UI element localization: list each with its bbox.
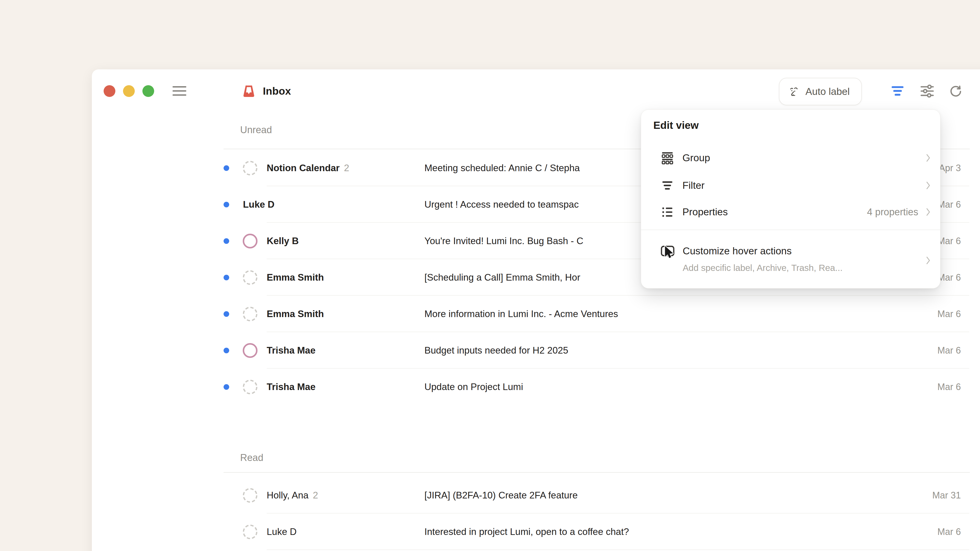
email-date: Mar 31 — [932, 490, 961, 501]
email-subject: Budget inputs needed for H2 2025 — [425, 345, 568, 356]
avatar — [243, 343, 258, 358]
filter-icon — [660, 178, 675, 192]
email-row[interactable]: Trisha Mae Update on Project Lumi Mar 6 — [224, 368, 969, 405]
unread-dot — [224, 165, 229, 171]
mouse-cursor — [663, 245, 676, 261]
unread-dot — [224, 275, 229, 280]
sender-name: Kelly B — [267, 236, 299, 246]
avatar — [243, 524, 258, 539]
avatar — [243, 380, 258, 394]
sender-name: Trisha Mae — [267, 382, 315, 392]
menu-item-group[interactable]: Group — [641, 144, 940, 171]
section-divider — [224, 472, 970, 473]
edit-view-menu: Edit view Group — [641, 110, 940, 289]
avatar — [243, 233, 258, 248]
email-subject: [Scheduling a Call] Emma Smith, Hor — [425, 272, 580, 283]
auto-label-icon — [788, 86, 800, 97]
sender-name: Luke D — [243, 199, 274, 210]
email-date: Mar 6 — [937, 527, 961, 537]
avatar — [243, 306, 258, 321]
email-row[interactable]: Trisha Mae Budget inputs needed for H2 2… — [224, 332, 969, 368]
email-row[interactable]: Luke D Interested in project Lumi, open … — [224, 513, 969, 550]
edit-view-title: Edit view — [653, 119, 699, 131]
auto-label-button[interactable]: Auto label — [779, 78, 862, 105]
email-date: Apr 3 — [939, 163, 961, 173]
menu-item-value: 4 properties — [867, 206, 918, 218]
window-controls — [103, 85, 154, 97]
chevron-right-icon — [925, 256, 931, 265]
menu-item-label: Customize hover actions — [682, 245, 792, 257]
menu-item-filter[interactable]: Filter — [641, 172, 940, 199]
menu-item-label: Properties — [682, 206, 867, 218]
email-subject: Meeting scheduled: Annie C / Stepha — [425, 163, 580, 173]
avatar — [243, 161, 258, 176]
inbox-icon — [242, 85, 255, 97]
sender-name: Emma Smith — [267, 309, 324, 319]
sender-name: Trisha Mae — [267, 345, 315, 356]
page-title: Inbox — [263, 85, 291, 97]
menu-divider — [641, 230, 940, 230]
properties-icon — [660, 205, 675, 219]
email-date: Mar 6 — [937, 309, 961, 319]
mail-window: Inbox Auto label — [92, 69, 980, 551]
sender-name: Holly, Ana — [267, 490, 309, 501]
auto-label-button-label: Auto label — [805, 86, 850, 97]
refresh-icon[interactable] — [947, 83, 964, 100]
close-window-button[interactable] — [103, 85, 115, 97]
email-row[interactable]: Emma Smith More information in Lumi Inc.… — [224, 295, 969, 332]
menu-icon[interactable] — [172, 86, 186, 97]
minimize-window-button[interactable] — [123, 85, 135, 97]
chevron-right-icon — [925, 181, 931, 190]
row-divider — [267, 549, 969, 550]
menu-item-label: Filter — [682, 180, 925, 191]
unread-dot — [224, 384, 229, 390]
group-icon — [660, 151, 675, 165]
unread-dot — [224, 202, 229, 207]
unread-dot — [224, 311, 229, 317]
sender-name: Notion Calendar — [267, 163, 340, 173]
avatar — [243, 270, 258, 285]
unread-dot — [224, 238, 229, 244]
menu-item-customize-hover-actions[interactable]: Customize hover actions Add specific lab… — [641, 237, 940, 281]
email-subject: Interested in project Lumi, open to a co… — [425, 527, 629, 537]
email-date: Mar 6 — [937, 199, 961, 210]
zoom-window-button[interactable] — [142, 85, 154, 97]
chevron-right-icon — [925, 154, 931, 162]
section-label-read: Read — [240, 452, 263, 463]
email-date: Mar 6 — [937, 345, 961, 356]
thread-count: 2 — [344, 163, 349, 173]
thread-count: 2 — [313, 490, 318, 501]
email-subject: [JIRA] (B2FA-10) Create 2FA feature — [425, 490, 578, 501]
inbox-header: Inbox — [242, 85, 291, 97]
email-subject: Update on Project Lumi — [425, 382, 523, 392]
sliders-icon[interactable] — [919, 83, 935, 100]
email-date: Mar 6 — [937, 272, 961, 283]
menu-item-label: Group — [682, 152, 925, 164]
section-label-unread: Unread — [240, 124, 272, 135]
menu-item-properties[interactable]: Properties 4 properties — [641, 198, 940, 225]
email-subject: More information in Lumi Inc. - Acme Ven… — [425, 309, 618, 319]
sender-name: Luke D — [267, 527, 297, 537]
email-row[interactable]: Holly, Ana 2 [JIRA] (B2FA-10) Create 2FA… — [224, 477, 969, 513]
unread-dot — [224, 348, 229, 353]
chevron-right-icon — [925, 208, 931, 216]
email-date: Mar 6 — [937, 382, 961, 392]
sort-filter-icon[interactable] — [889, 83, 906, 100]
avatar — [243, 488, 258, 503]
email-date: Mar 6 — [937, 236, 961, 246]
read-rows: Holly, Ana 2 [JIRA] (B2FA-10) Create 2FA… — [224, 477, 969, 550]
email-subject: You're Invited! Lumi Inc. Bug Bash - C — [425, 236, 584, 246]
email-subject: Urgent ! Access needed to teamspac — [425, 199, 579, 210]
sender-name: Emma Smith — [267, 272, 324, 283]
menu-item-description: Add specific label, Archive, Trash, Rea.… — [682, 263, 842, 273]
